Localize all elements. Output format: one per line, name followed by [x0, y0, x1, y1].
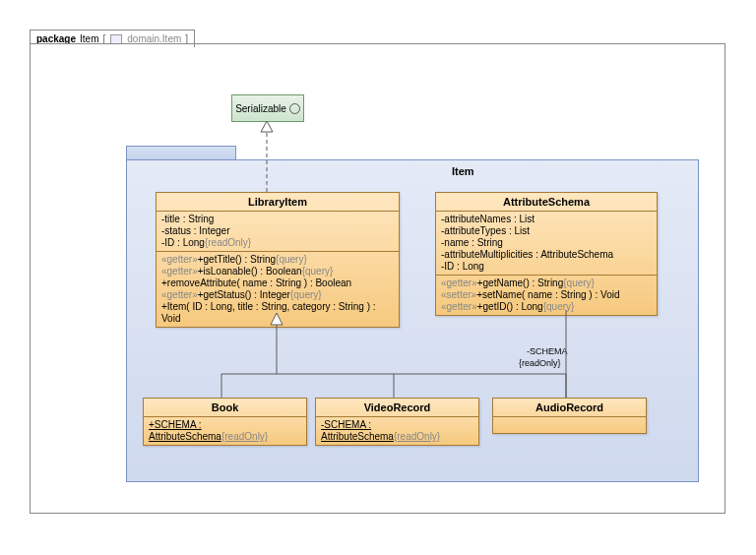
class-attrs: -title : String -status : Integer -ID : … [157, 212, 399, 252]
class-attrs: -attributeNames : List -attributeTypes :… [436, 212, 657, 276]
interface-serializable[interactable]: Serializable [231, 94, 304, 122]
class-attrs: -SCHEMA : AttributeSchema{readOnly} [316, 417, 478, 445]
assoc-end-name: -SCHEMA [527, 346, 568, 356]
class-library-item[interactable]: LibraryItem -title : String -status : In… [156, 192, 400, 328]
assoc-constraint: {readOnly} [519, 358, 561, 368]
class-ops: «getter»+getName() : String{query} «sett… [436, 276, 657, 315]
class-attribute-schema[interactable]: AttributeSchema -attributeNames : List -… [435, 192, 658, 316]
class-header: LibraryItem [157, 193, 399, 212]
class-ops: «getter»+getTitle() : String{query} «get… [157, 252, 399, 327]
class-header: Book [144, 399, 306, 417]
class-header: AudioRecord [493, 399, 646, 417]
diagram-canvas: package Item [ domain.Item ] Item Serial… [0, 0, 756, 555]
class-header: AttributeSchema [436, 193, 657, 212]
interface-name: Serializable [235, 103, 286, 114]
package-icon [110, 34, 122, 44]
inner-package-tab [126, 146, 236, 160]
class-attrs: +SCHEMA : AttributeSchema{readOnly} [144, 417, 306, 445]
class-video-record[interactable]: VideoRecord -SCHEMA : AttributeSchema{re… [315, 398, 479, 446]
class-audio-record[interactable]: AudioRecord [492, 398, 647, 434]
inner-package-title: Item [452, 165, 474, 177]
class-book[interactable]: Book +SCHEMA : AttributeSchema{readOnly} [143, 398, 307, 446]
class-attrs [493, 417, 646, 433]
interface-icon [289, 103, 300, 114]
class-header: VideoRecord [316, 399, 478, 417]
